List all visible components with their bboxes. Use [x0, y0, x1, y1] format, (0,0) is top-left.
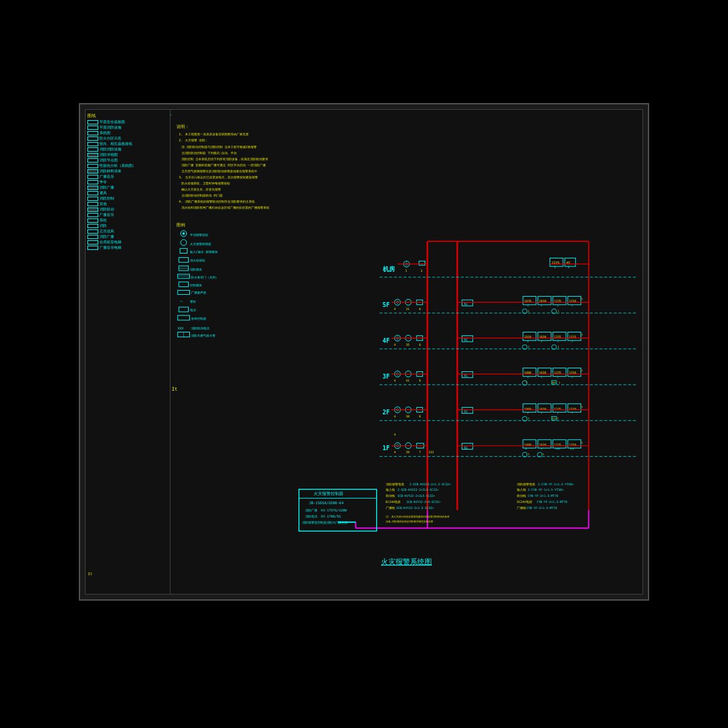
svg-text:~: ~ [180, 299, 183, 304]
svg-text:1: 1 [557, 417, 559, 420]
svg-text:1: 1 [582, 441, 584, 444]
sidebar-item[interactable]: 广播音乐 [87, 175, 168, 179]
svg-rect-37 [179, 307, 189, 312]
sidebar-item[interactable]: 其他 [87, 202, 168, 206]
sidebar-item[interactable]: 广播音乐电梯 [87, 246, 168, 250]
sidebar-item[interactable]: 消防消防设施 [87, 147, 168, 152]
sidebar-label: 争夺 [99, 180, 107, 184]
svg-text:31: 31 [406, 307, 410, 311]
svg-text:1: 1 [528, 345, 530, 348]
svg-text:联动线: 联动线 [517, 494, 526, 497]
sidebar-item[interactable]: 消防材料清单 [87, 169, 168, 174]
svg-text:消防广播 音频和音频广播可通过 闭区手动启动 一层消防广播: 消防广播 音频和音频广播可通过 闭区手动启动 一层消防广播 [181, 163, 266, 167]
svg-text:消防报警电缆: 消防报警电缆 [517, 482, 535, 486]
svg-text:1: 1 [559, 381, 561, 384]
svg-text:38: 38 [406, 414, 410, 418]
sidebar-label: 消防消防设施 [99, 147, 121, 152]
svg-text:4. 消防广播系统的报警联动控制符合消防要求的主系统: 4. 消防广播系统的报警联动控制符合消防要求的主系统 [179, 200, 255, 203]
svg-text:DC24V电源: DC24V电源 [386, 500, 401, 504]
svg-text:手动报警按钮: 手动报警按钮 [190, 233, 208, 237]
sidebar-label: 系统 [99, 218, 107, 223]
sidebar-item[interactable]: 性能化分析（系统图） [87, 164, 168, 168]
svg-text:6: 6 [419, 307, 421, 311]
sidebar-label: 消防联动 [99, 207, 114, 212]
svg-rect-65 [419, 261, 425, 265]
svg-text:4: 4 [394, 343, 396, 346]
sidebar-item[interactable]: 通风 [87, 191, 168, 195]
svg-text:各种控制器: 各种控制器 [191, 317, 206, 320]
sidebar-item[interactable]: 消防 [87, 224, 168, 228]
svg-text:SCB-KVY22-2×4-SC32>: SCB-KVY22-2×4-SC32> [406, 500, 440, 504]
sidebar-item[interactable]: 消防节点图 [87, 158, 168, 163]
svg-text:1: 1 [543, 453, 545, 456]
svg-text:SC: SC [464, 302, 469, 306]
svg-rect-31 [179, 282, 189, 287]
svg-rect-23 [179, 257, 189, 262]
svg-text:4: 4 [394, 307, 396, 311]
svg-text:1: 1 [582, 405, 584, 408]
sidebar-label: 防火分区示意 [99, 136, 121, 141]
svg-text:火灾报警控制器: 火灾报警控制器 [314, 491, 343, 496]
svg-text:DM1: DM1 [552, 382, 556, 384]
drawing-area: 说明： 1. 本工程图形一览表及设备安装附图等由厂家负责 2. 火灾报警 说明：… [170, 110, 642, 594]
sidebar-item[interactable]: 争夺 [87, 180, 168, 184]
sidebar-item[interactable]: 消防联动 [87, 207, 168, 212]
svg-text:消防联动电话: 消防联动电话 [191, 326, 209, 330]
svg-text:控制模块: 控制模块 [190, 283, 202, 287]
svg-text:4F: 4F [383, 337, 390, 344]
svg-text:SC: SC [464, 374, 469, 377]
sidebar-item[interactable]: 合用前室电梯 [87, 240, 168, 244]
sidebar-item[interactable]: 平面消防设施 [87, 126, 168, 130]
sidebar-label: 消防节点图 [99, 158, 118, 163]
svg-text:35: 35 [406, 343, 410, 346]
svg-text:39: 39 [406, 450, 410, 454]
svg-text:2-CYB-YF-1×1.5-YT30>: 2-CYB-YF-1×1.5-YT30> [528, 488, 564, 491]
svg-text:消防模块: 消防模块 [190, 268, 202, 271]
sidebar-label: 平面消防设施 [99, 126, 121, 130]
svg-point-16 [183, 232, 185, 235]
svg-text:火灾报警探测器: 火灾报警探测器 [190, 242, 211, 246]
sidebar-section-title: 图纸 [87, 113, 168, 119]
svg-text:消防天燃气探火警: 消防天燃气探火警 [191, 334, 215, 337]
svg-text:2-CYB-YF-1×1.5-YT30>: 2-CYB-YF-1×1.5-YT30> [538, 482, 574, 486]
sidebar-item[interactable]: 系统图 [87, 131, 168, 135]
sidebar-item[interactable]: 正压送风 [87, 229, 168, 234]
svg-text:SC: SC [464, 338, 469, 342]
svg-text:消防报警电缆: 消防报警电缆 [386, 482, 404, 486]
sidebar-item[interactable]: 消防详细图 [87, 153, 168, 157]
sidebar-label: 其他 [99, 202, 107, 206]
svg-text:41: 41 [406, 379, 410, 382]
svg-text:1: 1 [582, 297, 584, 300]
sidebar-label: 消防详细图 [99, 153, 118, 157]
sidebar-item[interactable]: 消防广播 [87, 235, 168, 239]
sidebar-it-label: It [88, 571, 92, 576]
svg-rect-39 [178, 315, 190, 320]
svg-text:输入线: 输入线 [386, 488, 395, 491]
sidebar-item[interactable]: 防火分区示意 [87, 136, 168, 141]
sidebar-item[interactable]: 广播音乐 [87, 213, 168, 217]
diagram-svg: 说明： 1. 本工程图形一览表及设备安装附图等由厂家负责 2. 火灾报警 说明：… [170, 110, 642, 594]
svg-text:注: 其火灾设行应按设置规范建筑内应设置消防联动的各种: 注: 其火灾设行应按设置规范建筑内应设置消防联动的各种 [386, 515, 450, 518]
svg-rect-21 [180, 249, 187, 254]
svg-rect-33 [178, 291, 190, 295]
sidebar-item[interactable]: 消防控制 [87, 197, 168, 201]
svg-text:当消防联动控制箱 下列模式:自动。手动: 当消防联动控制箱 下列模式:自动。手动 [181, 151, 237, 155]
svg-text:消 消防联动控制器与消防控制 当本工程可根据2路报警: 消 消防联动控制器与消防控制 当本工程可根据2路报警 [181, 145, 257, 149]
svg-text:4: 4 [394, 379, 396, 382]
sidebar-item[interactable]: 系统 [87, 218, 168, 223]
svg-rect-28 [178, 274, 190, 278]
sidebar-item[interactable]: 竖向、相互疏散路线 [87, 142, 168, 146]
svg-text:火灾报警系统图: 火灾报警系统图 [381, 558, 432, 566]
sidebar-item[interactable]: 平面安全疏散图 [87, 120, 168, 124]
svg-text:机房: 机房 [382, 266, 396, 272]
svg-text:1. 本工程图形一览表及设备安装附图等由厂家负责: 1. 本工程图形一览表及设备安装附图等由厂家负责 [179, 132, 249, 136]
svg-text:当消防联动控制器联动 闭门器: 当消防联动控制器联动 闭门器 [181, 194, 223, 197]
sidebar-label: 竖向、相互疏散路线 [99, 142, 132, 146]
svg-text:4: 4 [394, 450, 396, 454]
svg-text:消火栓和消防泵闸广播灯由在这区域广播的应处置的广播报警系统: 消火栓和消防泵闸广播灯由在这区域广播的应处置的广播报警系统 [181, 206, 269, 209]
sidebar-item[interactable]: 消防广播 [87, 186, 168, 190]
svg-text:SC: SC [464, 410, 469, 413]
svg-text:BAS: BAS [556, 448, 561, 451]
svg-text:2F: 2F [383, 409, 390, 416]
svg-text:防火卷帘门（关闭）: 防火卷帘门（关闭） [191, 275, 218, 279]
